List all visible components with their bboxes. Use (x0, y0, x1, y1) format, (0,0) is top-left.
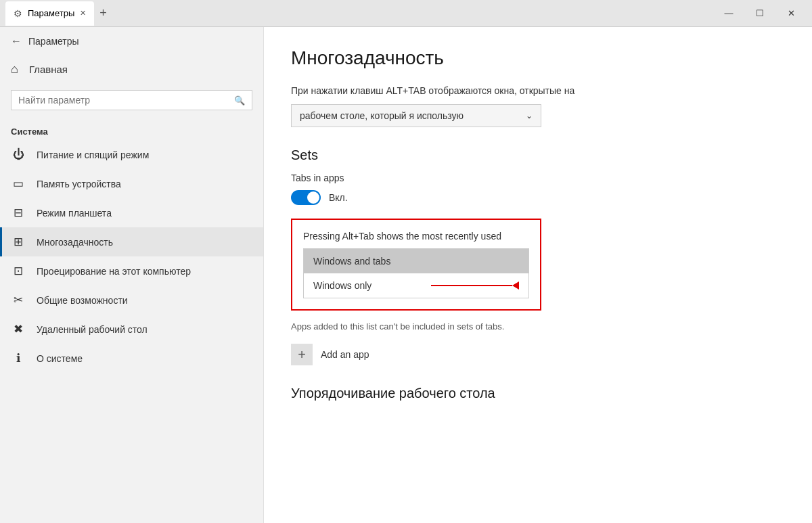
sidebar-item-home[interactable]: ⌂ Главная (0, 55, 263, 83)
sidebar-item-storage-label: Память устройства (37, 179, 121, 189)
option-windows-and-tabs[interactable]: Windows and tabs (304, 249, 528, 273)
alttab-options-container: Windows and tabs Windows only (303, 248, 529, 298)
alttab-description: При нажатии клавиш ALT+TAB отображаются … (291, 85, 785, 96)
add-app-row[interactable]: + Add an app (291, 344, 785, 365)
back-arrow-icon: ← (11, 35, 22, 47)
sidebar-item-multitasking[interactable]: ⊞ Многозадачность (0, 227, 263, 256)
sidebar-item-accessibility-label: Общие возможности (37, 295, 128, 306)
sidebar: ← Параметры ⌂ Главная 🔍 Система ⏻ Питани… (0, 27, 264, 523)
titlebar: ⚙ Параметры ✕ + — ☐ ✕ (0, 0, 812, 27)
sidebar-section-title: Система (0, 117, 263, 141)
page-title: Многозадачность (291, 47, 785, 69)
maximize-button[interactable]: ☐ (744, 3, 775, 24)
search-icon: 🔍 (234, 95, 245, 106)
tablet-icon: ⊟ (11, 206, 26, 220)
alttab-section-desc: Pressing Alt+Tab shows the most recently… (303, 231, 529, 242)
apps-excluded-text: Apps added to this list can't be include… (291, 321, 785, 332)
sidebar-item-remote-label: Удаленный рабочий стол (37, 324, 148, 335)
sidebar-item-about[interactable]: ℹ О системе (0, 344, 263, 373)
sidebar-home-label: Главная (29, 64, 68, 75)
sidebar-search-box: 🔍 (11, 90, 252, 110)
tabs-in-apps-label: Tabs in apps (291, 173, 785, 183)
sidebar-item-power[interactable]: ⏻ Питание и спящий режим (0, 141, 263, 169)
gear-icon: ⚙ (14, 8, 22, 19)
add-app-icon: + (291, 344, 313, 365)
accessibility-icon: ✂ (11, 293, 26, 307)
toggle-on-label: Вкл. (329, 192, 348, 203)
sidebar-item-tablet[interactable]: ⊟ Режим планшета (0, 198, 263, 227)
storage-icon: ▭ (11, 177, 26, 191)
sidebar-item-tablet-label: Режим планшета (37, 208, 112, 219)
alttab-options-box: Pressing Alt+Tab shows the most recently… (291, 219, 541, 311)
chevron-down-icon: ⌄ (526, 111, 533, 120)
toggle-row: Вкл. (291, 190, 785, 205)
sidebar-item-about-label: О системе (37, 353, 83, 364)
sidebar-item-projecting-label: Проецирование на этот компьютер (37, 266, 191, 277)
sidebar-item-storage[interactable]: ▭ Память устройства (0, 169, 263, 198)
windows-only-label: Windows only (313, 280, 431, 291)
alttab-dropdown[interactable]: рабочем столе, который я использую ⌄ (291, 104, 541, 127)
close-button[interactable]: ✕ (775, 3, 807, 24)
sidebar-back-button[interactable]: ← Параметры (0, 27, 263, 55)
sidebar-item-power-label: Питание и спящий режим (37, 150, 149, 160)
new-tab-button[interactable]: + (99, 6, 107, 20)
arrow-line (431, 285, 512, 286)
multitasking-icon: ⊞ (11, 235, 26, 249)
add-app-label: Add an app (321, 349, 369, 360)
sidebar-item-remote[interactable]: ✖ Удаленный рабочий стол (0, 315, 263, 344)
desktop-section-title: Упорядочивание рабочего стола (291, 386, 785, 401)
tabs-in-apps-toggle[interactable] (291, 190, 321, 205)
main-content: Многозадачность При нажатии клавиш ALT+T… (264, 27, 812, 523)
projecting-icon: ⊡ (11, 264, 26, 278)
minimize-button[interactable]: — (713, 3, 744, 24)
alttab-dropdown-value: рабочем столе, который я использую (300, 110, 464, 121)
toggle-thumb (307, 191, 319, 204)
option-windows-only[interactable]: Windows only (304, 273, 528, 298)
sidebar-item-accessibility[interactable]: ✂ Общие возможности (0, 286, 263, 315)
remote-icon: ✖ (11, 322, 26, 336)
titlebar-tab-label: Параметры (28, 8, 74, 18)
sidebar-item-projecting[interactable]: ⊡ Проецирование на этот компьютер (0, 256, 263, 286)
titlebar-tab: ⚙ Параметры ✕ (5, 1, 94, 26)
about-icon: ℹ (11, 351, 26, 365)
window-controls: — ☐ ✕ (713, 3, 807, 24)
arrow-annotation (431, 281, 519, 290)
arrow-head (512, 281, 519, 290)
sets-section-title: Sets (291, 147, 785, 163)
sidebar-item-multitasking-label: Многозадачность (37, 237, 113, 248)
power-icon: ⏻ (11, 148, 26, 162)
home-icon: ⌂ (11, 62, 18, 76)
search-input[interactable] (18, 95, 229, 106)
sidebar-back-label: Параметры (28, 36, 79, 47)
tab-close-icon[interactable]: ✕ (80, 9, 86, 18)
app-container: ← Параметры ⌂ Главная 🔍 Система ⏻ Питани… (0, 27, 812, 523)
titlebar-left: ⚙ Параметры ✕ + (5, 1, 713, 26)
